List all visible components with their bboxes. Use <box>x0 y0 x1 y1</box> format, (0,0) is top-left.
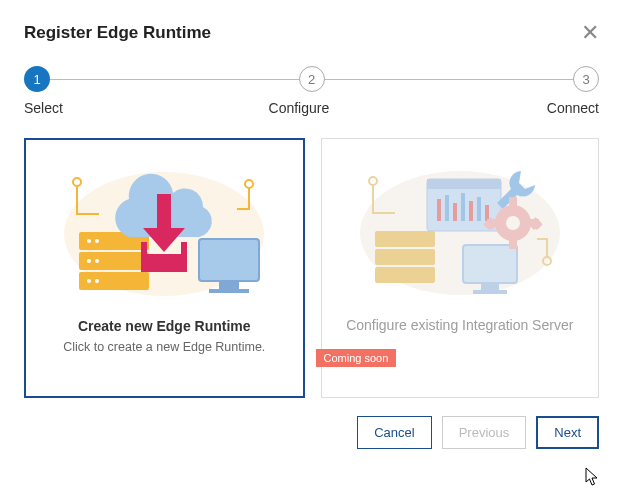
svg-rect-19 <box>375 249 435 265</box>
cursor-icon <box>583 466 601 488</box>
card-configure-server: Configure existing Integration Server Co… <box>321 138 600 398</box>
card-create-title: Create new Edge Runtime <box>78 318 251 334</box>
stepper: 1 2 3 <box>24 66 599 92</box>
svg-rect-30 <box>469 201 473 221</box>
create-runtime-illustration <box>49 154 279 304</box>
svg-rect-25 <box>427 179 501 189</box>
card-create-subtitle: Click to create a new Edge Runtime. <box>63 340 265 354</box>
svg-point-6 <box>87 239 91 243</box>
svg-rect-28 <box>453 203 457 221</box>
svg-rect-18 <box>375 231 435 247</box>
configure-server-illustration <box>345 153 575 303</box>
svg-rect-29 <box>461 193 465 221</box>
step-1-label: Select <box>24 100 63 116</box>
svg-rect-13 <box>219 281 239 289</box>
step-2-label: Configure <box>269 100 330 116</box>
svg-point-11 <box>95 279 99 283</box>
svg-rect-36 <box>509 239 517 249</box>
svg-point-2 <box>245 180 253 188</box>
step-3-label: Connect <box>547 100 599 116</box>
step-1-circle: 1 <box>24 66 50 92</box>
card-create-runtime[interactable]: Create new Edge Runtime Click to create … <box>24 138 305 398</box>
svg-rect-31 <box>477 197 481 221</box>
step-line <box>50 79 299 80</box>
svg-rect-12 <box>199 239 259 281</box>
close-icon[interactable]: ✕ <box>581 22 599 44</box>
step-line <box>325 79 574 80</box>
svg-point-8 <box>87 259 91 263</box>
svg-point-16 <box>369 177 377 185</box>
cancel-button[interactable]: Cancel <box>357 416 431 449</box>
svg-rect-20 <box>375 267 435 283</box>
step-2-circle: 2 <box>299 66 325 92</box>
previous-button: Previous <box>442 416 527 449</box>
svg-rect-26 <box>437 199 441 221</box>
svg-rect-23 <box>473 290 507 294</box>
svg-point-10 <box>87 279 91 283</box>
coming-soon-badge: Coming soon <box>316 349 397 367</box>
card-configure-title: Configure existing Integration Server <box>346 317 573 333</box>
dialog-title: Register Edge Runtime <box>24 23 211 43</box>
svg-rect-35 <box>509 197 517 207</box>
svg-rect-22 <box>481 283 499 290</box>
svg-rect-14 <box>209 289 249 293</box>
svg-rect-27 <box>445 195 449 221</box>
svg-point-1 <box>73 178 81 186</box>
svg-rect-32 <box>485 205 489 221</box>
svg-point-7 <box>95 239 99 243</box>
step-3-circle: 3 <box>573 66 599 92</box>
svg-point-34 <box>506 216 520 230</box>
svg-rect-21 <box>463 245 517 283</box>
svg-point-9 <box>95 259 99 263</box>
next-button[interactable]: Next <box>536 416 599 449</box>
